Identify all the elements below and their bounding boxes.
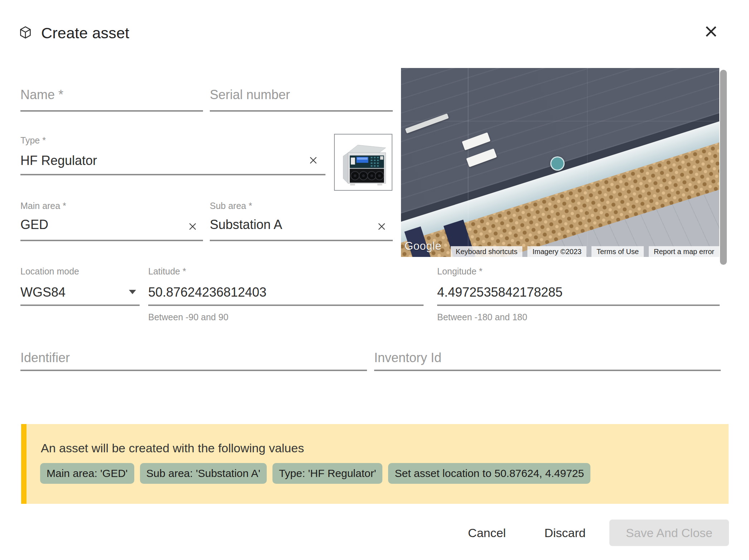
- main-area-field[interactable]: Main area * GED: [20, 201, 203, 242]
- serial-number-placeholder: Serial number: [210, 87, 290, 102]
- chevron-down-icon[interactable]: [129, 290, 136, 294]
- type-clear-button[interactable]: [308, 155, 320, 167]
- name-underline: [20, 110, 203, 112]
- map-tile-seam: [587, 68, 588, 257]
- create-asset-dialog: Create asset Name * Serial number Type *…: [0, 0, 749, 560]
- longitude-value: 4.4972535842178285: [437, 285, 562, 300]
- inventory-id-underline: [374, 370, 721, 371]
- scrollbar-thumb[interactable]: [720, 70, 727, 265]
- page-title: Create asset: [41, 24, 129, 42]
- serial-number-underline: [210, 110, 393, 112]
- type-field[interactable]: Type * HF Regulator: [20, 135, 325, 176]
- chip-type: Type: 'HF Regulator': [272, 463, 383, 484]
- latitude-field[interactable]: Latitude * 50.87624236812403 Between -90…: [148, 266, 424, 323]
- location-mode-value: WGS84: [20, 285, 66, 300]
- type-label: Type *: [20, 135, 46, 146]
- longitude-field[interactable]: Longitude * 4.4972535842178285 Between -…: [437, 266, 720, 323]
- type-value: HF Regulator: [20, 153, 97, 168]
- latitude-underline: [148, 305, 424, 306]
- map[interactable]: Google Keyboard shortcuts Imagery ©2023 …: [401, 68, 719, 257]
- map-attribution: Keyboard shortcuts Imagery ©2023 Terms o…: [401, 246, 719, 257]
- identifier-placeholder: Identifier: [20, 350, 70, 365]
- banner-accent-bar: [21, 424, 26, 504]
- sub-area-label: Sub area *: [210, 201, 252, 211]
- chip-sub-area: Sub area: 'Substation A': [140, 463, 267, 484]
- asset-location-marker[interactable]: [550, 156, 565, 171]
- main-area-label: Main area *: [20, 201, 66, 211]
- longitude-label: Longitude *: [437, 266, 483, 277]
- banner-chips: Main area: 'GED' Sub area: 'Substation A…: [40, 463, 590, 484]
- inventory-id-placeholder: Inventory Id: [374, 350, 441, 365]
- sub-area-clear-button[interactable]: [376, 221, 388, 233]
- main-area-underline: [20, 240, 203, 241]
- package-icon: [19, 25, 32, 42]
- sub-area-value: Substation A: [210, 217, 282, 232]
- chip-main-area: Main area: 'GED': [40, 463, 134, 484]
- sub-area-underline: [210, 240, 393, 241]
- main-area-value: GED: [20, 217, 48, 232]
- map-tile-seam: [401, 121, 719, 121]
- main-area-clear-button[interactable]: [187, 221, 199, 233]
- keyboard-shortcuts-link[interactable]: Keyboard shortcuts: [451, 246, 522, 257]
- identifier-underline: [20, 370, 367, 371]
- latitude-label: Latitude *: [148, 266, 186, 277]
- location-mode-select[interactable]: Location mode WGS84: [20, 266, 140, 306]
- close-icon: [703, 24, 719, 41]
- device-thumbnail: [334, 134, 392, 191]
- imagery-credit: Imagery ©2023: [527, 246, 586, 257]
- creation-summary-banner: An asset will be created with the follow…: [21, 424, 729, 504]
- save-and-close-button[interactable]: Save And Close: [609, 520, 729, 546]
- serial-number-field[interactable]: Serial number: [210, 87, 393, 112]
- location-mode-underline: [20, 305, 140, 306]
- identifier-field[interactable]: Identifier: [20, 350, 367, 372]
- longitude-helper-text: Between -180 and 180: [437, 312, 527, 322]
- map-tile-seam: [468, 68, 468, 257]
- cancel-button[interactable]: Cancel: [464, 526, 510, 540]
- location-mode-label: Location mode: [20, 266, 79, 277]
- inventory-id-field[interactable]: Inventory Id: [374, 350, 721, 372]
- longitude-underline: [437, 305, 720, 306]
- chip-location: Set asset location to 50.87624, 4.49725: [388, 463, 590, 484]
- type-underline: [20, 174, 325, 175]
- terms-of-use-link[interactable]: Terms of Use: [591, 246, 644, 257]
- banner-title: An asset will be created with the follow…: [41, 441, 304, 455]
- latitude-helper-text: Between -90 and 90: [148, 312, 228, 322]
- discard-button[interactable]: Discard: [537, 526, 593, 540]
- report-map-error-link[interactable]: Report a map error: [649, 246, 719, 257]
- close-button[interactable]: [701, 22, 721, 42]
- latitude-value: 50.87624236812403: [148, 285, 266, 300]
- sub-area-field[interactable]: Sub area * Substation A: [210, 201, 393, 242]
- name-placeholder: Name *: [20, 87, 63, 102]
- name-field[interactable]: Name *: [20, 87, 203, 112]
